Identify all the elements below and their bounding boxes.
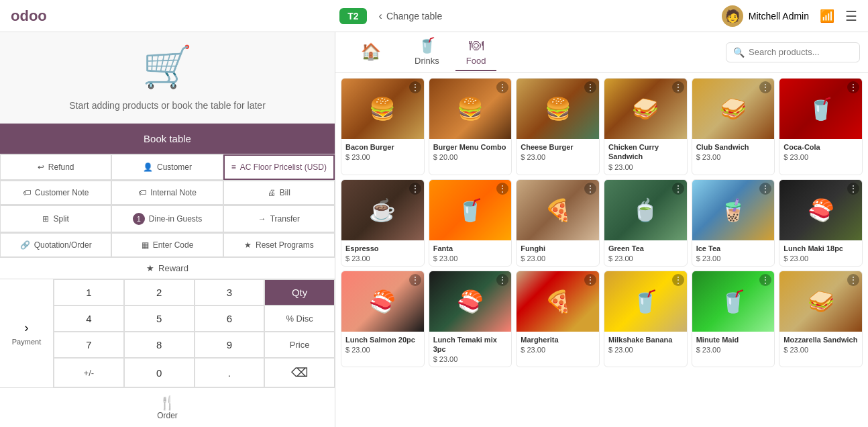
product-card-milkshake[interactable]: 🥤 ⋮ Milkshake Banana $ 23.00	[604, 271, 688, 368]
customer-button[interactable]: 👤 Customer	[111, 154, 223, 180]
product-card-minute-maid[interactable]: 🥤 ⋮ Minute Maid $ 23.00	[692, 271, 775, 368]
num-5-button[interactable]: 5	[124, 305, 195, 332]
payment-button[interactable]: › Payment	[0, 279, 54, 387]
product-card-cheese-burger[interactable]: 🍔 ⋮ Cheese Burger $ 23.00	[516, 78, 600, 175]
product-info: Funghi $ 23.00	[517, 240, 599, 266]
price-button[interactable]: Price	[264, 332, 335, 358]
product-name: Ice Tea	[696, 244, 771, 253]
home-icon: 🏠	[354, 38, 388, 65]
search-input[interactable]	[749, 47, 849, 57]
book-table-button[interactable]: Book table	[0, 124, 335, 154]
product-info: Club Sandwich $ 23.00	[692, 139, 775, 164]
reset-programs-label: Reset Programs	[256, 240, 314, 250]
num-0-button[interactable]: 0	[124, 358, 195, 387]
dine-in-button[interactable]: 1 Dine-in Guests	[111, 205, 223, 232]
product-card-lunch-temaki[interactable]: 🍣 ⋮ Lunch Temaki mix 3pc $ 23.00	[429, 271, 512, 368]
product-more-icon[interactable]: ⋮	[847, 274, 859, 286]
drinks-icon: 🥤	[418, 37, 436, 54]
product-card-fanta[interactable]: 🥤 ⋮ Fanta $ 23.00	[429, 179, 512, 267]
refund-button[interactable]: ↩ Refund	[0, 154, 111, 180]
backspace-button[interactable]: ⌫	[264, 358, 335, 387]
product-more-icon[interactable]: ⋮	[672, 183, 684, 195]
num-8-button[interactable]: 8	[124, 332, 195, 358]
product-card-mozzarella[interactable]: 🥪 ⋮ Mozzarella Sandwich $ 23.00	[779, 271, 863, 368]
refund-icon: ↩	[38, 162, 44, 172]
product-name: Chicken Curry Sandwich	[608, 142, 683, 162]
dine-in-label: Dine-in Guests	[149, 214, 202, 224]
transfer-button[interactable]: → Transfer	[223, 205, 335, 232]
disc-button[interactable]: % Disc	[264, 305, 335, 332]
food-label: Food	[466, 56, 486, 66]
pricelist-label: AC Floor Pricelist (USD)	[240, 162, 327, 172]
product-card-club-sandwich[interactable]: 🥪 ⋮ Club Sandwich $ 23.00	[692, 78, 775, 175]
product-card-chicken-curry[interactable]: 🥪 ⋮ Chicken Curry Sandwich $ 23.00	[604, 78, 688, 175]
decimal-button[interactable]: .	[195, 358, 265, 387]
num-9-button[interactable]: 9	[195, 332, 265, 358]
product-card-burger-menu[interactable]: 🍔 ⋮ Burger Menu Combo $ 20.00	[429, 78, 512, 175]
refund-label: Refund	[48, 162, 74, 172]
reward-button[interactable]: ★ Reward	[0, 257, 335, 279]
product-more-icon[interactable]: ⋮	[672, 81, 684, 93]
product-card-ice-tea[interactable]: 🧋 ⋮ Ice Tea $ 23.00	[692, 179, 775, 267]
reset-programs-button[interactable]: ★ Reset Programs	[223, 233, 335, 257]
product-more-icon[interactable]: ⋮	[409, 274, 421, 286]
change-table-button[interactable]: ‹ Change table	[379, 10, 443, 22]
product-card-espresso[interactable]: ☕ ⋮ Espresso $ 23.00	[341, 179, 425, 267]
enter-code-button[interactable]: ▦ Enter Code	[111, 233, 223, 257]
category-home[interactable]: 🏠	[343, 34, 398, 70]
product-more-icon[interactable]: ⋮	[584, 274, 596, 286]
product-name: Margherita	[521, 335, 595, 344]
cart-empty-text: Start adding products or book the table …	[69, 99, 266, 113]
user-info: 🧑 Mitchell Admin	[722, 5, 809, 27]
food-icon: 🍽	[469, 37, 484, 54]
bill-button[interactable]: 🖨 Bill	[223, 181, 335, 205]
category-food[interactable]: 🍽 Food	[455, 33, 497, 71]
product-more-icon[interactable]: ⋮	[584, 183, 596, 195]
customer-note-button[interactable]: 🏷 Customer Note	[0, 181, 111, 205]
qty-button[interactable]: Qty	[264, 279, 335, 305]
product-card-margherita[interactable]: 🍕 ⋮ Margherita $ 23.00	[516, 271, 600, 368]
category-drinks[interactable]: 🥤 Drinks	[404, 33, 450, 71]
product-more-icon[interactable]: ⋮	[672, 274, 684, 286]
product-info: Cheese Burger $ 23.00	[517, 139, 599, 164]
num-6-button[interactable]: 6	[195, 305, 265, 332]
product-more-icon[interactable]: ⋮	[847, 183, 859, 195]
product-card-lunch-salmon[interactable]: 🍣 ⋮ Lunch Salmon 20pc $ 23.00	[341, 271, 425, 368]
split-button[interactable]: ⊞ Split	[0, 205, 111, 232]
product-more-icon[interactable]: ⋮	[496, 183, 508, 195]
order-label: Order	[157, 411, 178, 420]
hamburger-menu-icon[interactable]: ☰	[845, 8, 857, 24]
product-more-icon[interactable]: ⋮	[409, 81, 421, 93]
plus-minus-button[interactable]: +/-	[54, 358, 124, 387]
pricelist-button[interactable]: ≡ AC Floor Pricelist (USD)	[223, 154, 335, 180]
num-4-button[interactable]: 4	[54, 305, 124, 332]
internal-note-button[interactable]: 🏷 Internal Note	[111, 181, 223, 205]
order-button[interactable]: 🍴 Order	[0, 387, 335, 427]
cart-empty-area: 🛒 Start adding products or book the tabl…	[0, 32, 335, 124]
num-1-button[interactable]: 1	[54, 279, 124, 305]
quotation-button[interactable]: 🔗 Quotation/Order	[0, 233, 111, 257]
product-card-funghi[interactable]: 🍕 ⋮ Funghi $ 23.00	[516, 179, 600, 267]
product-info: Minute Maid $ 23.00	[692, 332, 775, 357]
wifi-icon: 📶	[820, 9, 834, 23]
reward-icon: ★	[146, 263, 154, 273]
drinks-label: Drinks	[415, 56, 439, 66]
product-card-lunch-maki[interactable]: 🍣 ⋮ Lunch Maki 18pc $ 23.00	[779, 179, 863, 267]
product-card-green-tea[interactable]: 🍵 ⋮ Green Tea $ 23.00	[604, 179, 688, 267]
product-more-icon[interactable]: ⋮	[584, 81, 596, 93]
product-name: Cheese Burger	[521, 142, 595, 152]
product-more-icon[interactable]: ⋮	[409, 183, 421, 195]
product-card-coca-cola[interactable]: 🥤 ⋮ Coca-Cola $ 23.00	[779, 78, 863, 175]
num-7-button[interactable]: 7	[54, 332, 124, 358]
num-3-button[interactable]: 3	[195, 279, 265, 305]
product-more-icon[interactable]: ⋮	[759, 183, 771, 195]
product-more-icon[interactable]: ⋮	[847, 81, 859, 93]
product-name: Green Tea	[608, 244, 683, 253]
product-info: Burger Menu Combo $ 20.00	[429, 139, 512, 164]
product-card-bacon-burger[interactable]: 🍔 ⋮ Bacon Burger $ 23.00	[341, 78, 425, 175]
dine-in-badge: 1	[133, 213, 145, 225]
product-price: $ 23.00	[345, 254, 420, 263]
table-badge: T2	[339, 8, 366, 24]
numpad-section: › Payment 1 2 3 Qty 4 5 6 % Disc 7 8 9 P…	[0, 279, 335, 387]
num-2-button[interactable]: 2	[124, 279, 195, 305]
